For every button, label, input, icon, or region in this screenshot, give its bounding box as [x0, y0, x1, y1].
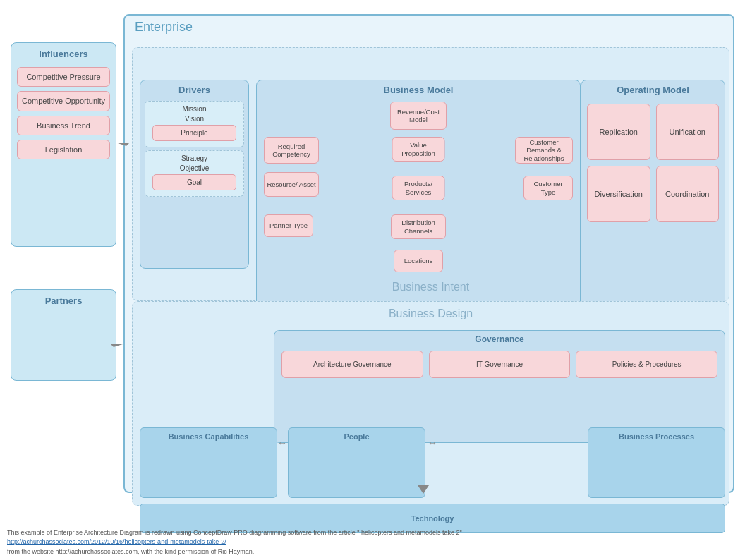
operating-model-title: Operating Model — [581, 80, 725, 98]
footer: This example of Enterprise Architecture … — [7, 528, 462, 557]
technology-label: Technology — [411, 514, 454, 523]
om-cell-replication: Replication — [587, 104, 650, 160]
governance-grid: Architecture Governance IT Governance Po… — [274, 346, 725, 382]
om-cell-unification: Unification — [656, 104, 720, 160]
customer-type-node: Customer Type — [523, 176, 573, 200]
strategy-group: Strategy Objective Goal — [145, 150, 244, 197]
governance-title: Governance — [274, 331, 725, 346]
strategy-label: Strategy — [149, 154, 240, 162]
principle-box: Principle — [152, 125, 236, 141]
arrow-people-bp: ↔ — [428, 437, 437, 449]
partners-box: Partners — [11, 289, 116, 381]
page: Influencers Competitive Pressure Competi… — [0, 0, 745, 560]
business-processes-box: Business Processes — [588, 427, 725, 498]
operating-model-grid: Replication Unification Diversification … — [581, 98, 725, 228]
partner-type-node: Partner Type — [264, 214, 313, 237]
drivers-box: Drivers Mission Vision Principle Strateg… — [140, 80, 249, 269]
vision-label: Vision — [149, 115, 240, 123]
influencer-item-business-trend: Business Trend — [17, 116, 110, 135]
goal-box: Goal — [152, 174, 236, 190]
influencers-box: Influencers Competitive Pressure Competi… — [11, 42, 116, 247]
required-competency-node: Required Competency — [264, 137, 319, 164]
customer-demands-node: Customer Demands & Relationships — [515, 137, 573, 164]
influencer-item-competitive-pressure: Competitive Pressure — [17, 67, 110, 87]
business-capabilities-box: Business Capabilities — [140, 427, 277, 498]
value-proposition-node: Value Proposition — [392, 137, 445, 162]
mission-vision-group: Mission Vision Principle — [145, 101, 244, 147]
bottom-row: Business Capabilities ↔ People ↔ Busines… — [140, 427, 725, 498]
business-processes-title: Business Processes — [588, 428, 725, 443]
om-cell-diversification: Diversification — [587, 166, 650, 222]
people-box: People — [288, 427, 425, 498]
influencer-item-competitive-opportunity: Competitive Opportunity — [17, 91, 110, 111]
people-title: People — [289, 428, 425, 443]
om-cell-coordination: Coordination — [656, 166, 720, 222]
business-capabilities-title: Business Capabilities — [140, 428, 277, 443]
resource-asset-node: Resource/ Asset — [264, 172, 319, 197]
objective-label: Objective — [149, 164, 240, 172]
business-model-title: Business Model — [257, 80, 580, 98]
products-services-node: Products/ Services — [392, 176, 445, 200]
distribution-channels-node: Distribution Channels — [391, 214, 446, 239]
influencers-title: Influencers — [11, 43, 116, 63]
influencer-item-legislation: Legislation — [17, 140, 110, 159]
partners-title: Partners — [11, 290, 116, 310]
enterprise-box: Enterprise Drivers Mission Vision Princi… — [123, 14, 734, 493]
business-design-title: Business Design — [133, 302, 729, 323]
business-intent-label: Business Intent — [133, 281, 729, 293]
business-design-box: Business Design Governance Architecture … — [132, 301, 729, 506]
mission-label: Mission — [149, 105, 240, 113]
governance-box: Governance Architecture Governance IT Go… — [274, 330, 725, 443]
it-governance-cell: IT Governance — [429, 351, 571, 378]
arrow-bc-people: ↔ — [277, 437, 287, 449]
footer-link[interactable]: http://achurchassociates.com/2012/10/16/… — [7, 538, 226, 545]
locations-node: Locations — [394, 250, 443, 272]
drivers-title: Drivers — [140, 80, 248, 98]
revenue-cost-node: Revenue/Cost Model — [390, 102, 447, 130]
arch-governance-cell: Architecture Governance — [281, 351, 423, 378]
footer-line2: from the website http://achurchassociate… — [7, 547, 462, 557]
footer-line1: This example of Enterprise Architecture … — [7, 528, 462, 538]
policies-procedures-cell: Policies & Procedures — [576, 351, 717, 378]
enterprise-title: Enterprise — [135, 20, 193, 35]
